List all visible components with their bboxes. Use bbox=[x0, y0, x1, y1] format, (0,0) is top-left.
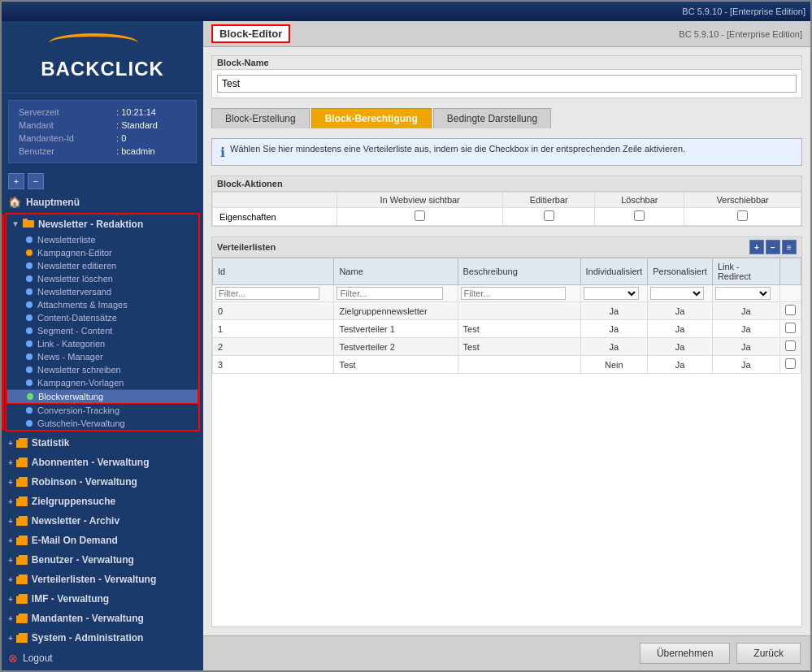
info-icon: ℹ bbox=[220, 145, 225, 160]
hauptmenu-house-icon: 🏠 bbox=[8, 196, 21, 208]
verteil-settings-btn[interactable]: ≡ bbox=[782, 240, 797, 254]
filter-beschreibung bbox=[458, 285, 580, 302]
block-name-content bbox=[212, 70, 801, 98]
sidebar-item-statistik[interactable]: + Statistik bbox=[2, 433, 203, 453]
sidebar-item-link-kategorien[interactable]: Link - Kategorien bbox=[7, 337, 198, 350]
serverzeit-label: Serverzeit bbox=[17, 106, 113, 118]
row-checkbox[interactable] bbox=[785, 358, 796, 369]
loeschbar-checkbox[interactable] bbox=[634, 210, 645, 221]
dot-icon bbox=[26, 379, 33, 386]
sidebar-item-blockverwaltung[interactable]: ➤ Blockverwaltung bbox=[7, 389, 198, 404]
sidebar-item-kampagnen-vorlagen[interactable]: Kampagnen-Vorlagen bbox=[7, 376, 198, 389]
uebernehmen-button[interactable]: Übernehmen bbox=[640, 643, 730, 664]
newsletter-group-header[interactable]: ▼ Newsletter - Redaktion bbox=[7, 215, 198, 233]
expand-icon: + bbox=[8, 458, 13, 467]
dot-icon bbox=[26, 236, 33, 243]
sidebar-item-attachments[interactable]: Attachments & Images bbox=[7, 298, 198, 311]
dot-icon bbox=[26, 314, 33, 321]
filter-name-input[interactable] bbox=[337, 287, 443, 300]
sidebar-item-robinson[interactable]: + Robinson - Verwaltung bbox=[2, 472, 203, 492]
filter-personalisiert-select[interactable]: JaNein bbox=[650, 287, 703, 300]
benutzer-value: : bcadmin bbox=[115, 145, 188, 157]
sidebar-item-newsletter-archiv[interactable]: + Newsletter - Archiv bbox=[2, 511, 203, 531]
tab-block-berechtigung[interactable]: Block-Berechtigung bbox=[311, 108, 432, 128]
filter-row: JaNein JaNein JaNein bbox=[213, 285, 801, 302]
folder-icon bbox=[16, 594, 28, 604]
sidebar-item-benutzer[interactable]: + Benutzer - Verwaltung bbox=[2, 550, 203, 570]
sidebar-item-system[interactable]: + System - Administration bbox=[2, 628, 203, 648]
loeschbar-checkbox-cell bbox=[595, 208, 684, 226]
sidebar-item-hauptmenu[interactable]: 🏠 Hauptmenü bbox=[2, 193, 203, 211]
sidebar-item-newsletter-loeschen[interactable]: Newsletter löschen bbox=[7, 272, 198, 285]
block-name-label: Block-Name bbox=[212, 56, 801, 70]
newsletter-group: ▼ Newsletter - Redaktion Newsletterliste… bbox=[5, 213, 200, 431]
verteil-minus-btn[interactable]: − bbox=[766, 240, 780, 254]
sidebar-item-verteilerlisten[interactable]: + Verteilerlisten - Verwaltung bbox=[2, 570, 203, 589]
row-individualisiert: Ja bbox=[580, 302, 648, 320]
col-verschiebbar: Verschiebbar bbox=[684, 193, 801, 208]
col-editierbar: Editierbar bbox=[503, 193, 595, 208]
dot-icon bbox=[26, 420, 33, 427]
table-row: 1 Testverteiler 1 Test Ja Ja Ja bbox=[213, 320, 801, 338]
sidebar-item-newsletterversand[interactable]: Newsletterversand bbox=[7, 285, 198, 298]
sidebar-item-conversion-tracking[interactable]: Conversion-Tracking bbox=[7, 404, 198, 417]
filter-individualisiert: JaNein bbox=[580, 285, 648, 302]
editierbar-checkbox-cell bbox=[503, 208, 595, 226]
row-checkbox[interactable] bbox=[785, 340, 796, 351]
info-box: ℹ Wählen Sie hier mindestens eine Vertei… bbox=[211, 138, 802, 166]
expand-icon: + bbox=[8, 634, 13, 643]
sidebar-item-news-manager[interactable]: News - Manager bbox=[7, 350, 198, 363]
block-name-input[interactable] bbox=[217, 75, 797, 93]
dot-icon bbox=[26, 366, 33, 373]
sidebar-item-email-on-demand[interactable]: + E-Mail On Demand bbox=[2, 531, 203, 550]
filter-id-input[interactable] bbox=[215, 287, 319, 300]
verschiebbar-checkbox[interactable] bbox=[737, 210, 748, 221]
sidebar-item-content-datensaetze[interactable]: Content-Datensätze bbox=[7, 311, 198, 324]
col-checkbox bbox=[779, 258, 801, 285]
sidebar-item-mandanten[interactable]: + Mandanten - Verwaltung bbox=[2, 609, 203, 628]
sidebar-item-imf[interactable]: + IMF - Verwaltung bbox=[2, 589, 203, 609]
zurueck-button[interactable]: Zurück bbox=[736, 643, 801, 664]
sidebar-item-newsletter-editieren[interactable]: Newsletter editieren bbox=[7, 259, 198, 272]
sidebar-item-segment-content[interactable]: Segment - Content bbox=[7, 324, 198, 337]
logo-area: BACKCLICK bbox=[2, 21, 203, 93]
sidebar-add-icon[interactable]: + bbox=[8, 173, 24, 189]
info-text: Wählen Sie hier mindestens eine Verteile… bbox=[230, 144, 685, 154]
mandant-label: Mandant bbox=[17, 119, 113, 131]
filter-individualisiert-select[interactable]: JaNein bbox=[584, 287, 639, 300]
sidebar-item-logout[interactable]: ⊗ Logout bbox=[2, 648, 203, 669]
sidebar: BACKCLICK Serverzeit : 10:21:14 Mandant … bbox=[2, 21, 203, 670]
row-individualisiert: Ja bbox=[580, 320, 648, 338]
webview-checkbox[interactable] bbox=[415, 210, 425, 221]
sidebar-item-abonnenten[interactable]: + Abonnenten - Verwaltung bbox=[2, 453, 203, 472]
row-select-cell bbox=[779, 320, 801, 338]
sidebar-item-gutschein-verwaltung[interactable]: Gutschein-Verwaltung bbox=[7, 417, 198, 430]
sidebar-item-zielgruppensuche[interactable]: + Zielgruppensuche bbox=[2, 492, 203, 511]
svg-rect-1 bbox=[23, 219, 28, 221]
row-checkbox[interactable] bbox=[785, 305, 796, 315]
mandant-value: : Standard bbox=[115, 119, 188, 131]
webview-checkbox-cell bbox=[337, 208, 503, 226]
tab-bedingte-darstellung[interactable]: Bedingte Darstellung bbox=[433, 108, 551, 128]
editierbar-checkbox[interactable] bbox=[544, 210, 554, 221]
sidebar-minus-icon[interactable]: − bbox=[28, 173, 44, 189]
hauptmenu-label: Hauptmenü bbox=[26, 197, 80, 208]
verteilerlisten-section: Verteilerlisten + − ≡ Id Name Besc bbox=[211, 236, 802, 627]
server-info: Serverzeit : 10:21:14 Mandant : Standard… bbox=[8, 100, 197, 163]
main-window: BC 5.9.10 - [Enterprise Edition] BACKCLI… bbox=[0, 0, 812, 672]
row-checkbox[interactable] bbox=[785, 323, 796, 333]
filter-personalisiert: JaNein bbox=[648, 285, 713, 302]
tab-block-erstellung[interactable]: Block-Erstellung bbox=[211, 108, 310, 128]
main-panel: Block-Editor BC 5.9.10 - [Enterprise Edi… bbox=[203, 21, 810, 670]
title-bar-version: BC 5.9.10 - [Enterprise Edition] bbox=[682, 7, 805, 16]
folder-icon bbox=[16, 516, 28, 526]
expand-icon: + bbox=[8, 614, 13, 623]
filter-beschreibung-input[interactable] bbox=[461, 287, 567, 300]
sidebar-item-kampagnen-editor[interactable]: Kampagnen-Editor bbox=[7, 246, 198, 259]
filter-link-redirect-select[interactable]: JaNein bbox=[715, 287, 771, 300]
verteil-add-btn[interactable]: + bbox=[749, 240, 764, 254]
sidebar-item-newsletter-schreiben[interactable]: Newsletter schreiben bbox=[7, 363, 198, 376]
col-link-redirect: Link - Redirect bbox=[712, 258, 779, 285]
sidebar-item-newsletterliste[interactable]: Newsletterliste bbox=[7, 233, 198, 246]
row-beschreibung: Test bbox=[458, 338, 580, 356]
